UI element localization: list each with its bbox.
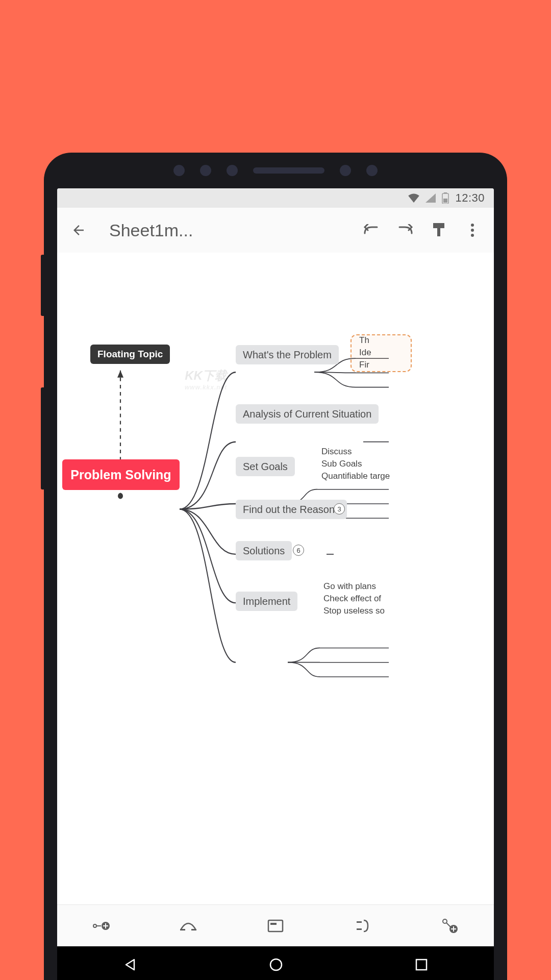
add-subtopic-button[interactable] [91, 916, 111, 936]
sub-node[interactable]: Sub Goals [321, 459, 362, 469]
more-button[interactable] [457, 215, 488, 246]
status-time: 12:30 [455, 191, 485, 205]
bottom-toolbar [57, 904, 494, 946]
svg-point-30 [443, 919, 447, 923]
branch-label: Analysis of Current Situation [243, 408, 371, 420]
format-button[interactable] [423, 215, 454, 246]
back-button[interactable] [63, 215, 94, 246]
branch-node[interactable]: Analysis of Current Situation [236, 404, 379, 424]
sub-node[interactable]: Stop useless so [323, 606, 385, 616]
mindmap-canvas[interactable]: KK下载 www.kkx.net Floating Topic Problem … [57, 253, 494, 904]
screen: 12:30 Sheet1m... [57, 188, 494, 980]
svg-point-9 [118, 493, 123, 499]
central-topic-node[interactable]: Problem Solving [62, 459, 180, 490]
watermark: KK下载 www.kkx.net [185, 368, 227, 391]
svg-rect-4 [437, 228, 440, 236]
branch-node[interactable]: What's the Problem [236, 345, 339, 364]
wifi-icon [408, 193, 419, 203]
svg-point-7 [471, 234, 474, 237]
nav-home-button[interactable] [269, 958, 283, 974]
svg-point-5 [471, 224, 474, 227]
central-topic-label: Problem Solving [70, 468, 171, 482]
branch-node[interactable]: Implement [236, 592, 297, 611]
add-relationship-button[interactable] [178, 916, 198, 936]
svg-rect-3 [433, 223, 444, 228]
branch-label: Implement [243, 596, 290, 607]
sub-node[interactable]: Check effect of [323, 594, 381, 604]
svg-rect-25 [191, 929, 196, 930]
sub-node[interactable]: Quantifiable targe [321, 471, 390, 481]
undo-button[interactable] [356, 215, 387, 246]
branch-node[interactable]: Solutions [236, 541, 292, 560]
svg-rect-26 [268, 920, 283, 932]
status-bar: 12:30 [57, 188, 494, 208]
sub-node[interactable]: Ide [359, 348, 371, 358]
branch-label: What's the Problem [243, 349, 332, 361]
svg-rect-29 [357, 928, 362, 930]
branch-label: Solutions [243, 545, 285, 557]
floating-topic-node[interactable]: Floating Topic [90, 345, 170, 364]
page-title: Sheet1m... [97, 220, 353, 240]
add-note-button[interactable] [265, 916, 286, 936]
app-bar: Sheet1m... [57, 208, 494, 253]
branch-node[interactable]: Find out the Reasons [236, 500, 347, 519]
sub-node[interactable]: Fir [359, 360, 369, 370]
battery-icon [442, 192, 449, 204]
collapsed-count-badge[interactable]: 6 [293, 545, 304, 556]
add-summary-button[interactable] [353, 916, 373, 936]
phone-frame: 12:30 Sheet1m... [44, 153, 507, 980]
sub-node[interactable]: Discuss [321, 447, 352, 457]
sub-node[interactable]: Th [359, 335, 369, 346]
svg-point-6 [471, 229, 474, 232]
svg-rect-2 [443, 199, 447, 203]
svg-point-32 [270, 959, 282, 970]
svg-rect-27 [270, 923, 277, 925]
android-nav-bar [57, 946, 494, 980]
branch-label: Find out the Reasons [243, 504, 340, 516]
svg-point-21 [93, 924, 96, 927]
svg-rect-28 [357, 921, 362, 923]
collapsed-count-badge[interactable]: 3 [334, 503, 345, 514]
signal-icon [425, 193, 436, 203]
redo-button[interactable] [390, 215, 420, 246]
branch-node[interactable]: Set Goals [236, 457, 295, 476]
svg-rect-33 [416, 960, 427, 970]
sub-node[interactable]: Go with plans [323, 581, 376, 592]
branch-label: Set Goals [243, 461, 288, 473]
nav-back-button[interactable] [123, 958, 137, 974]
nav-recent-button[interactable] [415, 958, 428, 973]
add-floating-button[interactable] [440, 916, 460, 936]
floating-topic-label: Floating Topic [97, 349, 163, 360]
svg-rect-24 [180, 929, 185, 930]
